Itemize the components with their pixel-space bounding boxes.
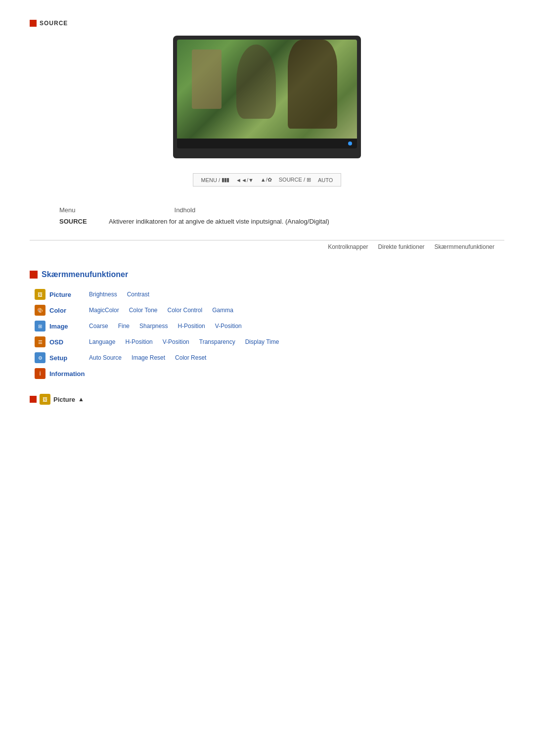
- menu-header: Menu: [59, 206, 76, 214]
- menu-control: MENU / ▮▮▮: [201, 177, 229, 183]
- link-sharpness[interactable]: Sharpness: [139, 323, 168, 330]
- picture-footer-red-icon: [30, 396, 37, 403]
- osd-items: Language H-Position V-Position Transpare…: [89, 338, 279, 345]
- cat-information[interactable]: Information: [49, 370, 89, 378]
- nav-control: ◄◄/▼: [236, 177, 254, 183]
- nav-kontrolknapper[interactable]: Kontrolknapper: [328, 243, 368, 250]
- link-magiccolor[interactable]: MagicColor: [89, 307, 119, 314]
- picture-footer-header: 🖼 Picture ▲: [30, 394, 504, 405]
- control-bar-container: MENU / ▮▮▮ ◄◄/▼ ▲/✿ SOURCE / ⊞ AUTO: [30, 173, 504, 187]
- section-header: Skærmmenufunktioner: [30, 270, 504, 279]
- link-contrast[interactable]: Contrast: [127, 291, 149, 298]
- source-header: SOURCE: [30, 20, 504, 27]
- nav-links: Kontrolknapper Direkte funktioner Skærmm…: [30, 240, 504, 250]
- setup-items: Auto Source Image Reset Color Reset: [89, 354, 206, 361]
- icon-picture: 🖼: [35, 289, 45, 300]
- menu-content-table: Menu Indhold SOURCE Aktiverer indikatore…: [59, 206, 504, 225]
- screen-menu-section: Skærmmenufunktioner 🖼 Picture Brightness…: [30, 270, 504, 379]
- link-autosource[interactable]: Auto Source: [89, 354, 122, 361]
- menu-row-color: 🎨 Color MagicColor Color Tone Color Cont…: [35, 305, 504, 316]
- link-v-position-image[interactable]: V-Position: [215, 323, 242, 330]
- table-header-row: Menu Indhold: [59, 206, 504, 214]
- link-colortone[interactable]: Color Tone: [129, 307, 158, 314]
- menu-row-osd: ☰ OSD Language H-Position V-Position Tra…: [35, 336, 504, 347]
- monitor: [173, 36, 361, 158]
- auto-control: AUTO: [318, 177, 333, 183]
- menu-row-information: i Information: [35, 368, 504, 379]
- link-colorcontrol[interactable]: Color Control: [168, 307, 203, 314]
- menu-item-source: SOURCE: [59, 218, 99, 225]
- menu-row-image: ⊞ Image Coarse Fine Sharpness H-Position…: [35, 321, 504, 331]
- source-icon: [30, 20, 37, 27]
- icon-osd: ☰: [35, 336, 45, 347]
- link-coarse[interactable]: Coarse: [89, 323, 108, 330]
- table-data-row: SOURCE Aktiverer indikatoren for at angi…: [59, 218, 504, 225]
- monitor-tree-decoration: [288, 40, 337, 129]
- link-language[interactable]: Language: [89, 338, 115, 345]
- monitor-screen: [173, 36, 361, 148]
- cat-osd[interactable]: OSD: [49, 338, 89, 346]
- content-source: Aktiverer indikatoren for at angive de a…: [109, 218, 329, 225]
- menu-table: 🖼 Picture Brightness Contrast 🎨 Color Ma…: [35, 289, 504, 379]
- brightness-control: ▲/✿: [261, 177, 272, 183]
- link-h-position-osd[interactable]: H-Position: [125, 338, 152, 345]
- menu-row-picture: 🖼 Picture Brightness Contrast: [35, 289, 504, 300]
- link-v-position-osd[interactable]: V-Position: [163, 338, 189, 345]
- icon-image: ⊞: [35, 321, 45, 331]
- monitor-image: [177, 40, 357, 139]
- cat-color[interactable]: Color: [49, 307, 89, 314]
- link-transparency[interactable]: Transparency: [199, 338, 235, 345]
- picture-footer-arrow: ▲: [78, 396, 84, 403]
- monitor-base: [173, 155, 361, 158]
- picture-items: Brightness Contrast: [89, 291, 149, 298]
- cat-setup[interactable]: Setup: [49, 354, 89, 362]
- image-items: Coarse Fine Sharpness H-Position V-Posit…: [89, 323, 242, 330]
- link-brightness[interactable]: Brightness: [89, 291, 117, 298]
- monitor-container: [30, 36, 504, 158]
- link-colorreset[interactable]: Color Reset: [175, 354, 206, 361]
- source-control: SOURCE / ⊞: [279, 177, 311, 183]
- nav-skaerm[interactable]: Skærmmenufunktioner: [435, 243, 494, 250]
- color-items: MagicColor Color Tone Color Control Gamm…: [89, 307, 233, 314]
- link-displaytime[interactable]: Display Time: [245, 338, 279, 345]
- link-gamma[interactable]: Gamma: [212, 307, 233, 314]
- control-bar: MENU / ▮▮▮ ◄◄/▼ ▲/✿ SOURCE / ⊞ AUTO: [193, 173, 342, 187]
- icon-color: 🎨: [35, 305, 45, 316]
- source-title: SOURCE: [40, 20, 68, 27]
- link-fine[interactable]: Fine: [118, 323, 130, 330]
- cat-picture[interactable]: Picture: [49, 291, 89, 298]
- icon-setup: ⚙: [35, 352, 45, 363]
- monitor-stand: [173, 148, 361, 155]
- link-h-position-image[interactable]: H-Position: [178, 323, 205, 330]
- picture-footer-text: Picture: [53, 396, 75, 403]
- link-imagereset[interactable]: Image Reset: [132, 354, 165, 361]
- monitor-bottom-bar: [177, 139, 357, 148]
- monitor-power-indicator: [348, 142, 352, 145]
- picture-footer-img-icon: 🖼: [40, 394, 50, 405]
- nav-direkte[interactable]: Direkte funktioner: [378, 243, 425, 250]
- menu-row-setup: ⚙ Setup Auto Source Image Reset Color Re…: [35, 352, 504, 363]
- section-title: Skærmmenufunktioner: [42, 270, 128, 279]
- content-header: Indhold: [175, 206, 196, 214]
- icon-information: i: [35, 368, 45, 379]
- section-icon: [30, 271, 38, 279]
- cat-image[interactable]: Image: [49, 323, 89, 330]
